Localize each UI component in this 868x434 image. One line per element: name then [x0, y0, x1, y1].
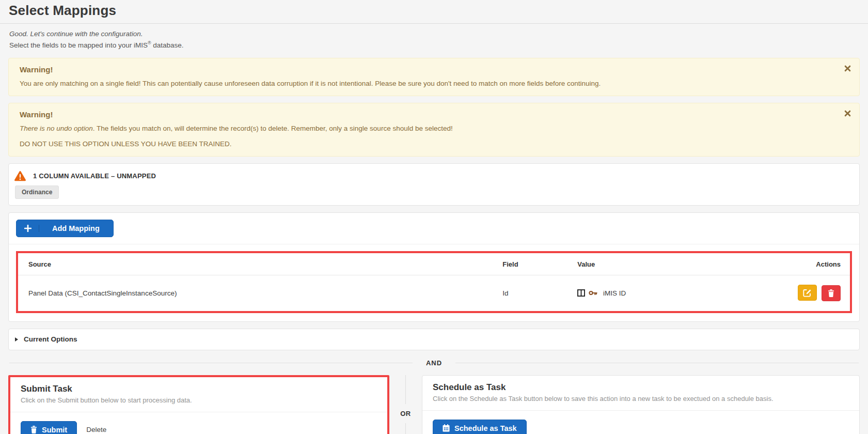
column-header-actions: Actions — [725, 253, 850, 275]
mappings-table: Source Field Value Actions Panel Data (C… — [18, 253, 850, 311]
or-divider: OR — [389, 375, 422, 434]
warning-body-line2: DO NOT USE THIS OPTION UNLESS YOU HAVE B… — [20, 139, 837, 149]
caret-right-icon — [15, 337, 18, 342]
column-header-field: Field — [492, 253, 567, 275]
registered-trademark: ® — [148, 40, 151, 45]
and-label: AND — [413, 359, 455, 367]
unmapped-columns-panel: 1 COLUMN AVAILABLE – UNMAPPED Ordinance — [8, 163, 860, 206]
warning-no-undo-alert: Warning! There is no undo option. The fi… — [8, 103, 860, 157]
or-label: OR — [400, 404, 411, 423]
field-cell: Id — [492, 275, 567, 312]
submit-button-label: Submit — [42, 426, 67, 434]
delete-mapping-button[interactable] — [822, 285, 841, 301]
columns-icon — [577, 289, 585, 297]
warning-single-field-alert: Warning! You are only matching on a sing… — [8, 58, 860, 96]
trash-icon — [30, 426, 37, 433]
page-title: Select Mappings — [9, 3, 859, 19]
column-header-value: Value — [567, 253, 725, 275]
current-options-label: Current Options — [24, 335, 77, 343]
warning-body: You are only matching on a single field!… — [20, 79, 837, 89]
close-icon[interactable] — [843, 64, 852, 73]
submit-task-title: Submit Task — [21, 384, 377, 394]
pencil-square-icon — [803, 288, 812, 297]
select-mappings-page: Good. Let's continue with the configurat… — [0, 29, 868, 434]
plus-icon — [24, 225, 39, 232]
schedule-task-title: Schedule as Task — [433, 382, 849, 393]
actions-cell — [725, 275, 850, 312]
warning-triangle-icon — [14, 171, 26, 181]
value-label: iMIS ID — [603, 289, 626, 297]
schedule-button-label: Schedule as Task — [454, 424, 517, 432]
intro-line-2: Select the fields to be mapped into your… — [9, 40, 859, 51]
mappings-panel: Add Mapping Source Field Value Actions — [8, 212, 860, 322]
close-icon[interactable] — [843, 109, 852, 118]
add-mapping-button[interactable]: Add Mapping — [16, 220, 114, 237]
calendar-icon — [443, 424, 450, 432]
mapping-toolbar: Add Mapping — [9, 213, 859, 244]
key-icon — [589, 289, 597, 297]
source-cell: Panel Data (CSI_ContactSingleInstanceSou… — [18, 275, 492, 312]
submit-task-panel: Submit Task Click on the Submit button b… — [8, 375, 389, 434]
intro-text: Good. Let's continue with the configurat… — [9, 29, 859, 51]
table-row: Panel Data (CSI_ContactSingleInstanceSou… — [18, 275, 850, 312]
delete-action-label: Delete — [86, 426, 106, 433]
table-header-row: Source Field Value Actions — [18, 253, 850, 275]
value-cell: iMIS ID — [567, 275, 725, 312]
schedule-task-description: Click on the Schedule as Task button bel… — [433, 394, 849, 404]
edit-mapping-button[interactable] — [798, 285, 817, 301]
task-actions-row: Submit Task Click on the Submit button b… — [8, 375, 860, 434]
schedule-as-task-button[interactable]: Schedule as Task — [433, 420, 527, 434]
schedule-task-panel: Schedule as Task Click on the Schedule a… — [422, 375, 860, 434]
warning-body: There is no undo option. The fields you … — [20, 123, 837, 134]
page-header: Select Mappings — [0, 0, 868, 24]
unmapped-column-chip[interactable]: Ordinance — [15, 185, 59, 199]
intro-line-1: Good. Let's continue with the configurat… — [9, 29, 859, 40]
and-divider: AND — [9, 359, 859, 367]
column-header-source: Source — [18, 253, 492, 275]
submit-button[interactable]: Submit — [21, 421, 77, 434]
mappings-table-highlight: Source Field Value Actions Panel Data (C… — [16, 251, 852, 313]
unmapped-count-label: 1 COLUMN AVAILABLE – UNMAPPED — [33, 172, 156, 180]
trash-icon — [828, 289, 834, 297]
warning-title: Warning! — [20, 109, 837, 121]
warning-title: Warning! — [20, 64, 837, 76]
add-mapping-label: Add Mapping — [52, 224, 100, 233]
submit-task-description: Click on the Submit button below to star… — [21, 395, 377, 406]
current-options-toggle[interactable]: Current Options — [8, 329, 860, 350]
